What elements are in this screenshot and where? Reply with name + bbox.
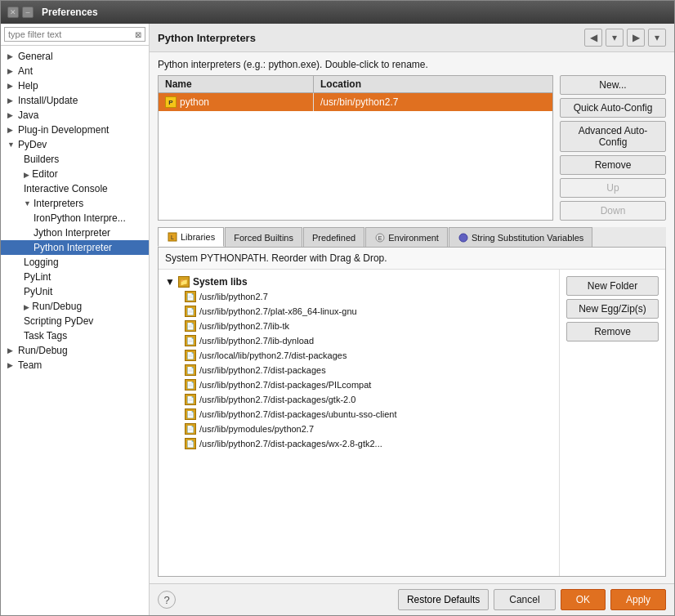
sidebar-item-logging[interactable]: Logging (1, 255, 149, 270)
panel-title: Python Interpreters (158, 32, 256, 44)
table-body: P python /usr/bin/python2.7 (159, 93, 552, 111)
tab-forced-builtins[interactable]: Forced Builtins (225, 227, 302, 247)
svg-point-4 (459, 234, 467, 242)
window-controls[interactable]: ✕ – (7, 7, 34, 18)
down-button[interactable]: Down (560, 201, 666, 221)
panel-description: Python interpreters (e.g.: python.exe). … (158, 59, 666, 70)
sidebar-item-general[interactable]: ▶ General (1, 49, 149, 64)
advanced-auto-button[interactable]: Advanced Auto-Config (560, 121, 666, 152)
system-libs-group[interactable]: ▼ 📁 System libs 📄 /usr/lib/python2.7 (159, 273, 559, 453)
col-header-name: Name (159, 76, 314, 92)
minimize-button[interactable]: – (22, 7, 34, 18)
ok-button[interactable]: OK (561, 589, 606, 610)
cancel-button[interactable]: Cancel (494, 589, 555, 610)
folder-icon: 📁 (178, 276, 190, 288)
filter-clear-icon[interactable]: ⊠ (135, 30, 141, 39)
list-item[interactable]: 📄 /usr/lib/pymodules/python2.7 (165, 422, 552, 436)
panel-header: Python Interpreters ◀ ▾ ▶ ▾ (150, 24, 674, 52)
help-button[interactable]: ? (158, 591, 176, 609)
sidebar-label-jython: Jython Interpreter (34, 227, 110, 239)
filter-input[interactable] (8, 29, 135, 39)
titlebar: ✕ – Preferences (1, 1, 674, 24)
sidebar-item-ant[interactable]: ▶ Ant (1, 64, 149, 78)
arrow-icon: ▶ (24, 303, 29, 311)
file-icon: 📄 (185, 438, 196, 449)
remove-interpreter-button[interactable]: Remove (560, 155, 666, 175)
path-value: /usr/lib/python2.7/dist-packages/ubuntu-… (199, 409, 397, 419)
list-item[interactable]: 📄 /usr/lib/python2.7/lib-dynload (165, 333, 552, 348)
list-item[interactable]: 📄 /usr/lib/python2.7/dist-packages/wx-2.… (165, 436, 552, 451)
sidebar-item-pyunit[interactable]: PyUnit (1, 284, 149, 299)
new-egg-zip-button[interactable]: New Egg/Zip(s) (566, 299, 659, 319)
interpreter-name: python (180, 96, 209, 108)
arrow-icon: ▶ (7, 96, 16, 105)
sidebar-item-java[interactable]: ▶ Java (1, 108, 149, 123)
sidebar-item-install-update[interactable]: ▶ Install/Update (1, 93, 149, 108)
tab-string-substitution[interactable]: String Substitution Variables (449, 227, 592, 247)
path-tree[interactable]: ▼ 📁 System libs 📄 /usr/lib/python2.7 (159, 270, 559, 576)
path-value: /usr/lib/python2.7 (199, 292, 268, 301)
sidebar-label-logging: Logging (24, 257, 59, 268)
sidebar-item-ironpython[interactable]: IronPython Interpre... (1, 211, 149, 225)
file-icon: 📄 (185, 320, 196, 332)
list-item[interactable]: 📄 /usr/lib/python2.7/plat-x86_64-linux-g… (165, 304, 552, 319)
path-value: /usr/lib/python2.7/dist-packages/gtk-2.0 (199, 395, 355, 404)
preferences-window: ✕ – Preferences ⊠ ▶ General ▶ (0, 0, 675, 616)
sidebar-item-interpreters[interactable]: ▼ Interpreters (1, 196, 149, 211)
path-value: /usr/lib/python2.7/lib-dynload (199, 336, 314, 346)
close-button[interactable]: ✕ (7, 7, 19, 18)
quick-auto-button[interactable]: Quick Auto-Config (560, 98, 666, 118)
sidebar-item-task-tags[interactable]: Task Tags (1, 328, 149, 343)
tab-environment[interactable]: E Environment (365, 227, 448, 247)
file-icon: 📄 (185, 350, 196, 361)
path-value: /usr/local/lib/python2.7/dist-packages (199, 350, 346, 360)
footer-left: ? (158, 591, 176, 609)
list-item[interactable]: 📄 /usr/lib/python2.7/dist-packages/gtk-2… (165, 392, 552, 407)
path-value: /usr/lib/python2.7/dist-packages (199, 365, 326, 375)
window-title: Preferences (42, 7, 98, 18)
sidebar-label-task-tags: Task Tags (24, 330, 67, 341)
forward-dropdown[interactable]: ▾ (648, 29, 666, 47)
sidebar-item-python-interpreter[interactable]: Python Interpreter (1, 240, 149, 255)
file-icon: 📄 (185, 335, 196, 346)
restore-defaults-button[interactable]: Restore Defaults (398, 589, 489, 610)
apply-button[interactable]: Apply (610, 589, 666, 610)
list-item[interactable]: 📄 /usr/local/lib/python2.7/dist-packages (165, 348, 552, 363)
sidebar-item-run-debug[interactable]: ▶ Run/Debug (1, 343, 149, 358)
tabs-area: L Libraries Forced Builtins Predefined (158, 227, 666, 577)
list-item[interactable]: 📄 /usr/lib/python2.7/dist-packages/ubunt… (165, 407, 552, 422)
sidebar-item-pylint[interactable]: PyLint (1, 270, 149, 284)
tab-bar: L Libraries Forced Builtins Predefined (158, 227, 666, 248)
sidebar-item-interactive-console[interactable]: Interactive Console (1, 181, 149, 196)
sidebar-item-editor[interactable]: ▶ Editor (1, 167, 149, 181)
back-button[interactable]: ◀ (584, 29, 602, 47)
sidebar-item-plugin[interactable]: ▶ Plug-in Development (1, 123, 149, 137)
sidebar-item-pydev[interactable]: ▼ PyDev (1, 137, 149, 152)
new-folder-button[interactable]: New Folder (566, 276, 659, 296)
back-dropdown[interactable]: ▾ (606, 29, 624, 47)
remove-path-button[interactable]: Remove (566, 322, 659, 341)
list-item[interactable]: 📄 /usr/lib/python2.7/lib-tk (165, 319, 552, 333)
sidebar-item-help[interactable]: ▶ Help (1, 78, 149, 93)
svg-text:E: E (378, 235, 382, 241)
table-row[interactable]: P python /usr/bin/python2.7 (159, 93, 552, 111)
list-item[interactable]: 📄 /usr/lib/python2.7/dist-packages/PILco… (165, 377, 552, 392)
sidebar-item-run-debug-pydev[interactable]: ▶ Run/Debug (1, 299, 149, 314)
svg-text:L: L (171, 234, 174, 240)
forward-button[interactable]: ▶ (627, 29, 645, 47)
up-button[interactable]: Up (560, 178, 666, 198)
tab-predefined[interactable]: Predefined (303, 227, 364, 247)
sidebar-label-builders: Builders (24, 154, 59, 165)
sidebar-item-scripting[interactable]: Scripting PyDev (1, 314, 149, 328)
sidebar-label-run-debug: Run/Debug (18, 345, 68, 356)
sidebar-item-jython[interactable]: Jython Interpreter (1, 225, 149, 240)
tab-label-forced: Forced Builtins (234, 233, 293, 243)
list-item[interactable]: 📄 /usr/lib/python2.7/dist-packages (165, 363, 552, 377)
arrow-icon: ▶ (7, 52, 16, 60)
sidebar-item-builders[interactable]: Builders (1, 152, 149, 167)
table-header: Name Location (159, 76, 552, 93)
list-item[interactable]: 📄 /usr/lib/python2.7 (165, 289, 552, 304)
tab-libraries[interactable]: L Libraries (158, 227, 224, 247)
sidebar-item-team[interactable]: ▶ Team (1, 358, 149, 373)
new-button[interactable]: New... (560, 75, 666, 95)
